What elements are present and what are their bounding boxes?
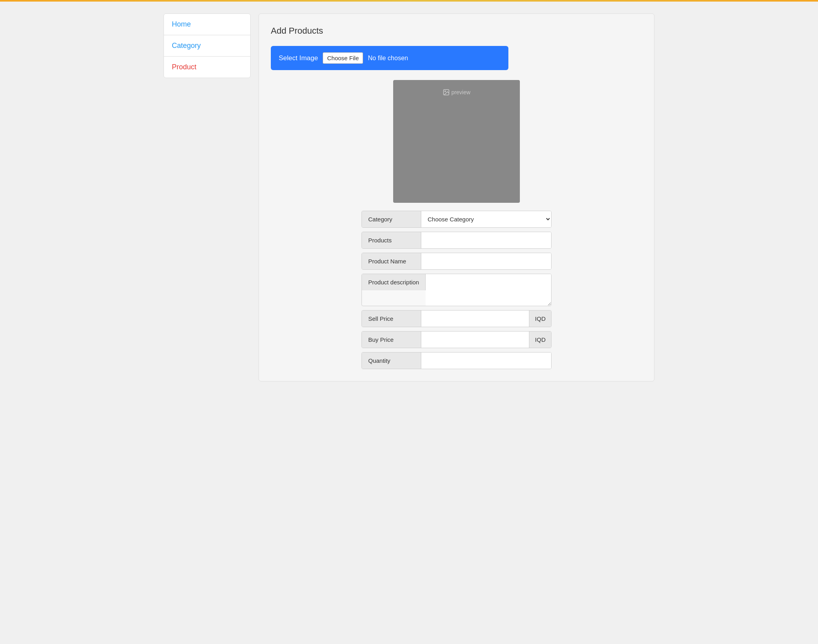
sidebar-item-label-product: Product	[172, 63, 196, 71]
buy-price-currency: IQD	[529, 332, 551, 348]
sidebar-item-product[interactable]: Product	[164, 57, 250, 78]
form-row-buy-price: Buy Price IQD	[361, 331, 552, 348]
form-row-category: Category Choose Category	[361, 211, 552, 228]
sell-price-input[interactable]	[421, 311, 529, 327]
form-label-category: Category	[362, 211, 421, 227]
main-content: Add Products Select Image Choose File No…	[259, 13, 654, 381]
select-image-label: Select Image	[279, 54, 318, 62]
category-select[interactable]: Choose Category	[421, 211, 551, 227]
preview-broken: preview	[443, 85, 470, 96]
quantity-input[interactable]	[421, 352, 551, 369]
form-row-sell-price: Sell Price IQD	[361, 310, 552, 327]
form-label-buy-price: Buy Price	[362, 332, 421, 348]
form-row-product-name: Product Name	[361, 253, 552, 270]
sell-price-currency: IQD	[529, 311, 551, 327]
form-label-sell-price: Sell Price	[362, 311, 421, 327]
products-input[interactable]	[421, 232, 551, 248]
form-label-products: Products	[362, 232, 421, 248]
buy-price-input[interactable]	[421, 332, 529, 348]
preview-image-box: preview	[393, 80, 520, 203]
product-name-input[interactable]	[421, 253, 551, 269]
sidebar-nav: Home Category Product	[164, 13, 251, 78]
page-title: Add Products	[271, 26, 642, 36]
choose-file-button[interactable]: Choose File	[323, 52, 363, 64]
form-section: Category Choose Category Products Produc…	[361, 211, 552, 369]
product-description-textarea[interactable]	[426, 274, 551, 306]
svg-point-1	[445, 91, 445, 91]
preview-label: preview	[451, 89, 470, 95]
form-row-product-description: Product description	[361, 274, 552, 306]
sidebar-item-label-home: Home	[172, 20, 191, 28]
form-label-quantity: Quantity	[362, 352, 421, 369]
broken-image-icon	[443, 89, 450, 96]
preview-container: preview	[271, 80, 642, 203]
form-label-product-name: Product Name	[362, 253, 421, 269]
form-label-product-description: Product description	[362, 274, 426, 290]
file-upload-bar: Select Image Choose File No file chosen	[271, 46, 508, 70]
sidebar-item-category[interactable]: Category	[164, 35, 250, 57]
sidebar-item-home[interactable]: Home	[164, 14, 250, 35]
no-file-text: No file chosen	[368, 55, 408, 62]
sidebar-item-label-category: Category	[172, 42, 201, 50]
sidebar: Home Category Product	[164, 13, 251, 381]
layout: Home Category Product Add Products Selec…	[152, 2, 666, 393]
form-row-products: Products	[361, 232, 552, 249]
form-row-quantity: Quantity	[361, 352, 552, 369]
